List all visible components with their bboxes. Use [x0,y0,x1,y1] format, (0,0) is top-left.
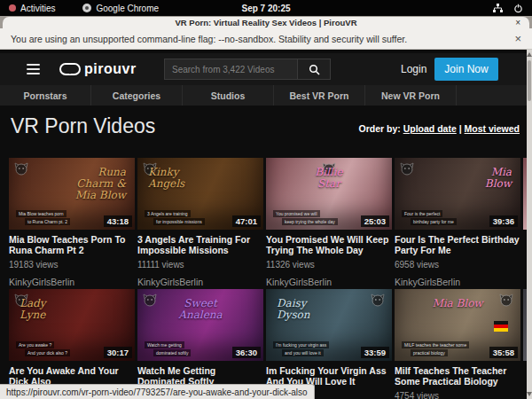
video-views: 11111 views [137,260,263,270]
status-bubble: https://pirouvr.com/vr-porn-video/779325… [0,384,315,399]
video-thumbnail[interactable]: Sweet Analena Watch me gettingdominated … [137,289,263,361]
video-studio-link[interactable]: KinkyGirlsBerlin [266,277,392,287]
thumbnail-caption: Watch me gettingdominated softly [145,341,191,356]
video-views: 11326 views [266,260,392,270]
page-content: pirouvr Login Join Now Pornstars Categor… [0,50,532,399]
tab-close-icon[interactable]: × [515,18,520,28]
video-duration-badge: 35:58 [489,347,518,358]
video-card[interactable]: Daisy Dyson I'm fucking your virgin assa… [266,289,392,399]
browser-tab[interactable]: VR Porn: Virtual Reality Sex Videos | Pi… [3,17,529,28]
video-views: 4754 views [395,391,520,399]
video-card[interactable]: Mia Blow Four is the perfectbirthday par… [395,158,520,287]
video-studio-link[interactable]: KinkyGirlsBerlin [9,277,135,287]
tab-title: VR Porn: Virtual Reality Sex Videos | Pi… [175,18,356,27]
video-thumbnail[interactable]: Mia Blow MILF teaches the teacher somepr… [395,289,520,361]
order-by-controls: Order by: Upload date | Most viewed [358,123,520,134]
video-title[interactable]: Four Is The Perfect Birthday Party For M… [395,234,520,255]
system-top-bar: Activities Google Chrome Sep 7 20:25 [0,0,532,16]
login-link[interactable]: Login [401,63,426,75]
video-card[interactable]: Billie Star You promised we willkeep try… [266,158,392,287]
video-views: 19183 views [9,260,135,270]
search-icon [309,64,320,75]
video-title[interactable]: You Promised We Will Keep Trying The Who… [266,234,392,255]
video-card[interactable]: Mia Blow MILF teaches the teacher somepr… [395,289,520,399]
thumbnail-performer-name: Mia Blow [485,167,512,190]
video-thumbnail[interactable]: Runa Charm & Mia Blow Mia Blow teaches p… [9,158,135,230]
video-duration-badge: 43:18 [104,215,132,227]
system-clock[interactable]: Sep 7 20:25 [0,4,532,13]
search-box [164,59,331,80]
search-button[interactable] [297,59,331,80]
video-duration-badge: 33:59 [361,347,389,358]
search-input[interactable] [164,59,297,80]
infobar-message: You are using an unsupported command-lin… [11,34,407,44]
thumbnail-caption: I'm fucking your virgin assand you will … [273,341,329,356]
tab-strip: VR Porn: Virtual Reality Sex Videos | Pi… [0,16,532,28]
scroll-up-arrow[interactable] [527,52,532,57]
video-duration-badge: 30:17 [104,347,132,358]
page-title: VR Porn Videos [11,114,155,138]
video-thumbnail[interactable]: Lady Lyne Are you awake ?And your dick a… [9,289,135,361]
thumbnail-performer-name: Kinky Angels [148,167,184,190]
browser-window: Activities Google Chrome Sep 7 20:25 VR … [0,0,532,399]
thumbnail-performer-name: Daisy Dyson [277,298,310,321]
heading-row: VR Porn Videos Order by: Upload date | M… [0,106,532,148]
network-tree-icon[interactable] [493,4,503,13]
thumbnail-performer-name: Sweet Analena [137,298,263,321]
logo-text: pirouvr [84,61,137,77]
join-now-button[interactable]: Join Now [434,58,498,81]
video-thumbnail[interactable]: Mia Blow Four is the perfectbirthday par… [395,158,520,230]
video-duration-badge: 25:03 [361,215,389,227]
studio-cat-logo-icon [371,293,385,307]
video-studio-link[interactable]: KinkyGirlsBerlin [137,277,263,287]
menu-item-studios[interactable]: Studios [183,85,274,106]
studio-cat-logo-icon [400,162,414,176]
studio-cat-logo-icon [14,162,28,176]
video-title[interactable]: 3 Angels Are Training For Impossible Mis… [137,234,263,255]
thumbnail-caption: Mia Blow teaches pornto Runa Charm pt. 2 [16,210,70,225]
video-duration-badge: 36:30 [232,347,261,358]
hamburger-menu-icon[interactable] [27,64,40,74]
thumbnail-caption: Four is the perfectbirthday party for me [402,210,457,225]
video-title[interactable]: Milf Teaches The Teacher Some Practical … [395,365,520,387]
video-thumbnail[interactable]: Billie Star You promised we willkeep try… [266,158,392,230]
menu-item-new-vr-porn[interactable]: New VR Porn [365,85,457,106]
video-thumbnail[interactable]: Daisy Dyson I'm fucking your virgin assa… [266,289,392,361]
site-navbar: pirouvr Login Join Now [0,53,532,85]
vr-goggles-icon [59,63,81,75]
video-card[interactable]: Kinky Angels 3 Angels are trainingfor im… [137,158,263,287]
video-thumbnail[interactable]: Kinky Angels 3 Angels are trainingfor im… [137,158,263,230]
site-logo[interactable]: pirouvr [59,61,137,77]
thumbnail-caption: You promised we willkeep trying the whol… [273,210,338,225]
video-card[interactable]: Lady Lyne Are you awake ?And your dick a… [9,289,135,399]
menu-item-best-vr-porn[interactable]: Best VR Porn [274,85,365,106]
chrome-infobar: You are using an unsupported command-lin… [0,28,532,50]
video-card[interactable]: Sweet Analena Watch me gettingdominated … [137,289,263,399]
thumbnail-caption: MILF teaches the teacher somepractical b… [402,341,469,356]
video-studio-link[interactable]: KinkyGirlsBerlin [395,277,520,287]
video-card[interactable]: Runa Charm & Mia Blow Mia Blow teaches p… [9,158,135,287]
german-flag-icon [494,321,508,332]
status-url: https://pirouvr.com/vr-porn-video/779325… [6,387,308,397]
thumbnail-performer-name: Mia Blow [395,298,520,309]
thumbnail-performer-name: Runa Charm & Mia Blow [75,167,126,202]
thumbnail-caption: Are you awake ?And your dick also ? [16,341,70,356]
order-most-viewed-link[interactable]: Most viewed [465,123,520,134]
infobar-close-icon[interactable]: × [514,32,521,45]
thumbnail-caption: 3 Angels are trainingfor impossible miss… [145,210,205,225]
menu-item-pornstars[interactable]: Pornstars [0,85,91,106]
menu-item-categories[interactable]: Categories [91,85,183,106]
video-title[interactable]: Mia Blow Teaches Porn To Runa Charm Pt 2 [9,234,135,255]
video-duration-badge: 39:36 [489,215,518,227]
thumbnail-performer-name: Billie Star [266,167,392,190]
order-by-label: Order by: [358,123,400,134]
video-views: 6958 views [395,260,520,270]
order-divider: | [459,123,462,134]
scroll-down-arrow[interactable] [527,392,532,396]
scrollbar-thumb[interactable] [528,60,531,101]
scrollbar[interactable] [527,50,532,399]
main-menu: Pornstars Categories Studios Best VR Por… [0,85,532,106]
power-icon[interactable] [513,4,523,13]
order-upload-date-link[interactable]: Upload date [403,123,457,134]
thumbnail-performer-name: Lady Lyne [20,298,46,321]
